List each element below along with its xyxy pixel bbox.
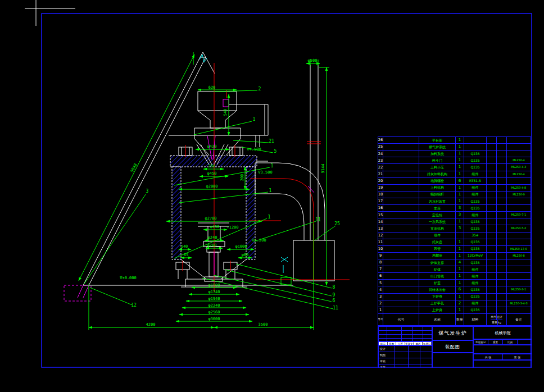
parts-table-row: 19上料机构1组件ML250-4-8 <box>378 185 531 192</box>
dimension-label: φ1500 <box>208 283 220 288</box>
cell-qty: 1 <box>456 157 464 163</box>
cell-code <box>383 157 419 163</box>
revision-grid <box>378 326 432 341</box>
cell-remark <box>507 205 531 211</box>
cell-name: 支座 <box>419 205 456 211</box>
cell-name: 地脚螺栓 <box>419 178 456 184</box>
dimension-label: φ2000 <box>206 184 217 189</box>
cell-material: 12CrMoV <box>464 253 487 259</box>
cell-weight-total <box>497 307 507 313</box>
cell-material: 组件 <box>464 280 487 286</box>
parts-table-row: 10风管1Q235ML250-17-6 <box>378 246 531 253</box>
sheet-extra-cell <box>473 360 532 368</box>
cell-weight-each <box>487 185 497 191</box>
cell-no: 10 <box>378 246 383 252</box>
cell-weight-total <box>497 212 507 218</box>
cell-material: Q235 <box>464 294 487 300</box>
cad-screenshot: 620540φ420260φ450φ2000200φ2700φ450+1200φ… <box>0 0 544 392</box>
cell-name: 上炉手孔 <box>419 300 456 307</box>
dimension-labels: 620540φ420260φ450φ2000200φ2700φ450+1200φ… <box>130 58 325 327</box>
cell-qty: 1 <box>456 192 464 198</box>
cell-no: 4 <box>378 286 383 293</box>
cell-weight-each <box>487 273 497 279</box>
dimension-label: φ2700 <box>205 216 216 221</box>
cell-weight-each <box>487 218 497 225</box>
cell-weight-total <box>497 151 507 157</box>
cell-weight-each <box>487 178 497 184</box>
parts-table-row: 18蜗轮蜗杆1组件ML250-9 <box>378 192 531 198</box>
cell-no: 23 <box>378 157 383 163</box>
cell-qty: 3 <box>456 212 464 218</box>
dimension-label: φ3600 <box>208 317 220 321</box>
cell-weight-total <box>497 178 507 184</box>
parts-table-row: 4回转水冷套6Q235ML250-3-1 <box>378 286 531 293</box>
cell-code <box>383 151 419 157</box>
cell-no: 15 <box>378 212 383 218</box>
cell-qty: 4 <box>456 259 464 266</box>
cell-name: 排灰卸料机构 <box>419 171 456 177</box>
dimension-label: φ1000 <box>235 244 247 249</box>
cell-material: 组件 <box>464 300 487 307</box>
cell-material: Q235 <box>464 157 487 163</box>
cell-remark <box>507 144 531 150</box>
role-process: 工艺 <box>379 364 432 368</box>
cell-name: 内水封装置 <box>419 198 456 204</box>
header-weight: 单件 总计 重量 kg <box>487 314 507 325</box>
role-design: 设计 <box>379 346 432 352</box>
cell-qty: 3 <box>456 205 464 211</box>
cell-no: 1 <box>378 307 383 313</box>
cell-name: 下炉身 <box>419 294 456 300</box>
cell-qty: 1 <box>456 307 464 313</box>
header-weight-label: 重量 <box>492 320 498 326</box>
cell-weight-total <box>497 266 507 272</box>
cell-name: 锻件 <box>419 233 456 239</box>
sheet-number: 第 张 <box>503 354 532 359</box>
cell-weight-each <box>487 192 497 198</box>
cell-code <box>383 239 419 245</box>
balloon-number: 25 <box>334 221 340 226</box>
stage-header: 阶段标记 <box>474 340 488 344</box>
dimension-label: φ2560 <box>208 310 220 314</box>
cell-weight-total <box>497 198 507 204</box>
rev-col: 更改文件号 <box>405 342 414 345</box>
cell-weight-each <box>487 157 497 163</box>
cell-weight-each <box>487 294 497 300</box>
balloon-number: 21 <box>269 139 274 144</box>
cell-no: 11 <box>378 239 383 245</box>
cell-weight-each <box>487 198 497 204</box>
cell-name: 上料小车 <box>419 164 456 170</box>
balloon-numbers: 21215111112531289611 <box>131 86 340 311</box>
cell-remark <box>507 259 531 266</box>
cell-qty: 1 <box>456 294 464 300</box>
cell-weight-total <box>497 185 507 191</box>
cell-material: Q235 <box>464 151 487 157</box>
material-cell <box>432 353 473 368</box>
cell-weight-each <box>487 266 497 272</box>
cell-name: 出口管线 <box>419 273 456 279</box>
cell-material <box>464 137 487 143</box>
stage-header: 比例 <box>503 340 518 344</box>
cell-qty: 1 <box>456 273 464 279</box>
cell-material: 组件 <box>464 185 487 191</box>
cell-code <box>383 259 419 266</box>
level-mark: ∇1.200 <box>251 238 266 243</box>
cell-material: 组件 <box>464 266 487 272</box>
cell-no: 24 <box>378 151 383 157</box>
balloon-number: 1 <box>271 163 274 168</box>
cell-weight-total <box>497 144 507 150</box>
cell-weight-total <box>497 300 507 307</box>
cell-weight-each <box>487 246 497 252</box>
cell-remark <box>507 233 531 239</box>
header-remark: 备注 <box>507 314 531 325</box>
cell-qty: 6 <box>456 286 464 293</box>
rev-col: 签名 <box>414 342 423 345</box>
cell-code <box>383 205 419 211</box>
rev-col: 分区 <box>396 342 405 345</box>
dimension-label: +1200 <box>226 225 238 230</box>
balloon-number: 11 <box>333 306 338 311</box>
header-no: 序号 <box>378 314 383 325</box>
cell-remark: ML250-8 <box>507 253 531 259</box>
balloon-number: 1 <box>268 215 271 220</box>
cell-code <box>383 294 419 300</box>
cell-code <box>383 192 419 198</box>
